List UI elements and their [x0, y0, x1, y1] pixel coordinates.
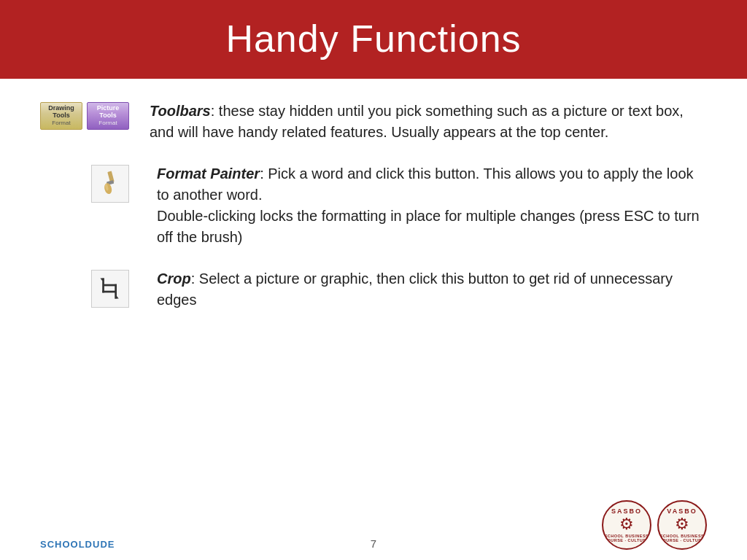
format-painter-icon-area — [91, 163, 142, 203]
toolbars-icon-area: Drawing Tools Format Picture Tools Forma… — [40, 101, 135, 130]
format-painter-bold-label: Format Painter — [157, 166, 260, 182]
format-painter-text: Format Painter: Pick a word and click th… — [157, 163, 707, 248]
crop-bold-label: Crop — [157, 271, 191, 287]
vasbo-logo: VASBO ⚙ SCHOOL BUSINESSCOURSE · CULTURE — [657, 500, 707, 550]
sasbo-logo-inner: SASBO ⚙ SCHOOL BUSINESSCOURSE · CULTURE — [604, 508, 649, 542]
picture-tools-button[interactable]: Picture Tools Format — [87, 102, 129, 130]
sasbo-label: SASBO — [611, 508, 642, 515]
crop-box — [91, 270, 129, 308]
format-painter-svg-icon — [96, 170, 124, 198]
slide: Handy Functions Drawing Tools Format Pic… — [0, 0, 747, 560]
vasbo-logo-inner: VASBO ⚙ SCHOOL BUSINESSCOURSE · CULTURE — [659, 508, 705, 542]
vasbo-label: VASBO — [667, 508, 697, 515]
sasbo-subtext: SCHOOL BUSINESSCOURSE · CULTURE — [604, 534, 649, 542]
footer-schooldude: SCHOOLDUDE — [40, 539, 115, 550]
toolbars-description: : these stay hidden until you pick somet… — [150, 103, 684, 140]
format-painter-box — [91, 165, 129, 203]
toolbar-buttons-group: Drawing Tools Format Picture Tools Forma… — [40, 102, 129, 130]
crop-icon-area — [91, 268, 142, 308]
vasbo-subtext: SCHOOL BUSINESSCOURSE · CULTURE — [659, 534, 705, 542]
crop-description: : Select a picture or graphic, then clic… — [157, 271, 673, 308]
picture-tools-label-top: Picture Tools — [92, 104, 124, 119]
slide-footer: SCHOOLDUDE 7 SASBO ⚙ SCHOOL BUSINESSCOUR… — [0, 516, 747, 560]
picture-tools-label-bottom: Format — [92, 120, 124, 126]
crop-svg-icon — [97, 276, 123, 302]
slide-content: Drawing Tools Format Picture Tools Forma… — [0, 79, 747, 516]
drawing-tools-label-bottom: Format — [45, 120, 77, 126]
list-item: Crop: Select a picture or graphic, then … — [40, 268, 707, 311]
drawing-tools-label-top: Drawing Tools — [45, 104, 77, 119]
footer-page-number: 7 — [371, 537, 376, 550]
sasbo-logo: SASBO ⚙ SCHOOL BUSINESSCOURSE · CULTURE — [602, 500, 651, 550]
list-item: Drawing Tools Format Picture Tools Forma… — [40, 101, 707, 143]
svg-rect-7 — [104, 284, 117, 287]
crop-text: Crop: Select a picture or graphic, then … — [157, 268, 707, 311]
toolbars-bold-label: Toolbars — [150, 103, 211, 119]
vasbo-wheel-icon: ⚙ — [675, 515, 689, 534]
slide-header: Handy Functions — [0, 0, 747, 79]
list-item: Format Painter: Pick a word and click th… — [40, 163, 707, 248]
footer-logos: SASBO ⚙ SCHOOL BUSINESSCOURSE · CULTURE … — [602, 500, 707, 550]
svg-rect-5 — [102, 291, 117, 293]
toolbars-text: Toolbars: these stay hidden until you pi… — [150, 101, 707, 143]
slide-title: Handy Functions — [225, 17, 521, 61]
sasbo-wheel-icon: ⚙ — [619, 515, 634, 534]
drawing-tools-button[interactable]: Drawing Tools Format — [40, 102, 82, 130]
